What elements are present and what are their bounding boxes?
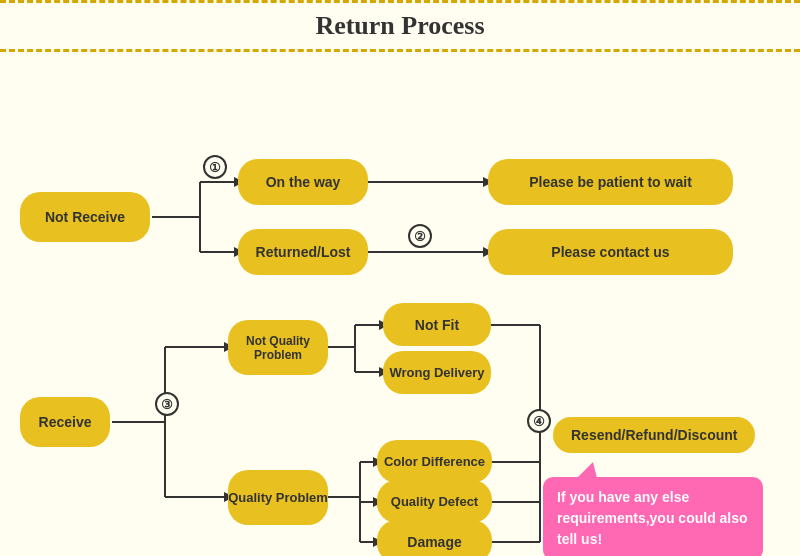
on-the-way-node: On the way: [238, 159, 368, 205]
returned-lost-node: Returned/Lost: [238, 229, 368, 275]
receive-node: Receive: [20, 397, 110, 447]
circle-2: ②: [408, 224, 432, 248]
resend-refund-node: Resend/Refund/Discount: [553, 417, 755, 453]
color-difference-node: Color Difference: [377, 440, 492, 483]
please-be-patient-node: Please be patient to wait: [488, 159, 733, 205]
circle-4: ④: [527, 409, 551, 433]
please-contact-node: Please contact us: [488, 229, 733, 275]
speech-bubble: If you have any else requirements,you co…: [543, 477, 763, 556]
not-receive-node: Not Receive: [20, 192, 150, 242]
not-fit-node: Not Fit: [383, 303, 491, 346]
circle-3: ③: [155, 392, 179, 416]
page-title: Return Process: [0, 11, 800, 41]
circle-1: ①: [203, 155, 227, 179]
quality-problem-node: Quality Problem: [228, 470, 328, 525]
header: Return Process: [0, 0, 800, 52]
content: Not Receive On the way Returned/Lost Ple…: [0, 62, 800, 556]
quality-defect-node: Quality Defect: [377, 480, 492, 523]
wrong-delivery-node: Wrong Delivery: [383, 351, 491, 394]
damage-node: Damage: [377, 520, 492, 556]
not-quality-problem-node: Not Quality Problem: [228, 320, 328, 375]
